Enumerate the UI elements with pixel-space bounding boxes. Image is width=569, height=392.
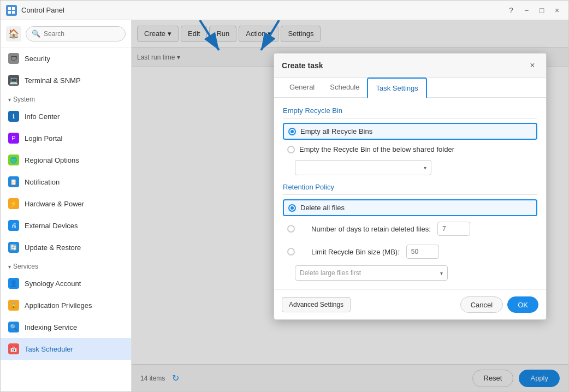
limit-size-input[interactable] bbox=[406, 245, 439, 259]
option-retain-days[interactable]: Number of days to retain deleted files: bbox=[283, 218, 537, 239]
window-controls: ? − □ × bbox=[505, 4, 563, 16]
sidebar-item-label: Task Scheduler bbox=[25, 345, 73, 353]
sidebar-item-hardware-power[interactable]: ⚡ Hardware & Power bbox=[1, 193, 131, 215]
sidebar-item-label: Application Privileges bbox=[25, 301, 92, 310]
external-devices-icon: 🖨 bbox=[8, 220, 19, 231]
sidebar-item-label: Update & Restore bbox=[25, 243, 81, 252]
sidebar-item-label: External Devices bbox=[25, 222, 78, 230]
retain-days-input[interactable] bbox=[437, 222, 470, 236]
content-area: Create ▾ Edit Run Action ▾ Settings Last… bbox=[132, 20, 568, 391]
retain-days-label: Number of days to retain deleted files: bbox=[311, 225, 431, 233]
limit-size-label: Limit Recycle Bin size (MB): bbox=[311, 248, 400, 256]
task-scheduler-icon: 📅 bbox=[8, 343, 19, 354]
login-portal-icon: P bbox=[8, 133, 19, 144]
tab-general[interactable]: General bbox=[282, 78, 322, 98]
sidebar-item-label: Indexing Service bbox=[25, 323, 77, 331]
application-privileges-icon: 🔒 bbox=[8, 300, 19, 311]
sidebar-item-notification[interactable]: 📋 Notification bbox=[1, 171, 131, 193]
delete-order-dropdown-row: Delete large files first ▾ bbox=[295, 265, 537, 281]
sidebar-item-label: Login Portal bbox=[25, 134, 62, 142]
radio-dot-retain-days bbox=[287, 225, 295, 233]
sidebar-item-regional-options[interactable]: 🌐 Regional Options bbox=[1, 149, 131, 171]
sidebar-item-synology-account[interactable]: 👤 Synology Account bbox=[1, 272, 131, 294]
advanced-settings-button[interactable]: Advanced Settings bbox=[282, 297, 351, 312]
notification-icon: 📋 bbox=[8, 176, 19, 187]
retain-days-input-row: Number of days to retain deleted files: bbox=[311, 222, 470, 236]
section-header-system: ▾ System bbox=[1, 91, 131, 105]
close-button[interactable]: × bbox=[551, 4, 563, 16]
search-input[interactable] bbox=[44, 30, 120, 38]
modal-close-button[interactable]: × bbox=[526, 60, 538, 72]
modal-overlay: Create task × General Schedule Task Sett… bbox=[132, 20, 568, 391]
sidebar-item-task-scheduler[interactable]: 📅 Task Scheduler bbox=[1, 338, 131, 360]
delete-order-dropdown[interactable]: Delete large files first ▾ bbox=[295, 265, 448, 281]
tab-schedule[interactable]: Schedule bbox=[322, 78, 367, 98]
option-delete-all[interactable]: Delete all files bbox=[283, 199, 537, 216]
sidebar-item-update-restore[interactable]: 🔄 Update & Restore bbox=[1, 236, 131, 258]
tab-task-settings[interactable]: Task Settings bbox=[367, 78, 426, 98]
dropdown-arrow: ▾ bbox=[424, 165, 426, 171]
sidebar-item-label: Terminal & SNMP bbox=[25, 76, 81, 85]
sidebar-item-label: Security bbox=[25, 55, 50, 63]
minimize-button[interactable]: − bbox=[520, 4, 532, 16]
help-button[interactable]: ? bbox=[505, 4, 517, 16]
option-specific-bin[interactable]: Empty the Recycle Bin of the below share… bbox=[283, 142, 537, 157]
synology-account-icon: 👤 bbox=[8, 278, 19, 289]
home-icon[interactable]: 🏠 bbox=[6, 26, 21, 41]
sidebar-item-security[interactable]: 🛡 Security bbox=[1, 47, 131, 69]
section-retention-policy-title: Retention Policy bbox=[283, 183, 537, 195]
hardware-power-icon: ⚡ bbox=[8, 198, 19, 209]
sidebar-item-label: Notification bbox=[25, 178, 60, 186]
svg-rect-2 bbox=[8, 11, 11, 14]
sidebar-item-label: Hardware & Power bbox=[25, 200, 84, 208]
modal-tabs: General Schedule Task Settings bbox=[274, 78, 546, 98]
modal-actions: Advanced Settings Cancel OK bbox=[274, 289, 546, 319]
sidebar-home: 🏠 🔍 bbox=[1, 20, 131, 47]
regional-options-icon: 🌐 bbox=[8, 155, 19, 165]
main-window: Control Panel ? − □ × 🏠 🔍 🛡 Security bbox=[0, 0, 569, 392]
maximize-button[interactable]: □ bbox=[536, 4, 548, 16]
sidebar-item-terminal-snmp[interactable]: 💻 Terminal & SNMP bbox=[1, 69, 131, 91]
shared-folder-dropdown[interactable]: ▾ bbox=[295, 160, 431, 175]
modal-header: Create task × bbox=[274, 54, 546, 78]
dropdown-placeholder: Delete large files first bbox=[300, 269, 361, 277]
update-restore-icon: 🔄 bbox=[8, 242, 19, 253]
radio-dot-limit-size bbox=[287, 248, 295, 256]
sidebar-item-label: Synology Account bbox=[25, 280, 81, 288]
radio-group-retention: Delete all files Number of days to retai… bbox=[283, 199, 537, 262]
modal-body: Empty Recycle Bin Empty all Recycle Bins… bbox=[274, 98, 546, 289]
sidebar-item-external-devices[interactable]: 🖨 External Devices bbox=[1, 215, 131, 236]
search-box[interactable]: 🔍 bbox=[26, 26, 126, 41]
shared-folder-dropdown-row: ▾ bbox=[295, 160, 537, 175]
section-label: System bbox=[13, 96, 35, 103]
terminal-icon: 💻 bbox=[8, 75, 19, 86]
cancel-button[interactable]: Cancel bbox=[460, 296, 503, 313]
radio-dot-delete-all bbox=[288, 204, 296, 212]
sidebar-item-application-privileges[interactable]: 🔒 Application Privileges bbox=[1, 294, 131, 316]
option-limit-size[interactable]: Limit Recycle Bin size (MB): bbox=[283, 241, 537, 262]
option-all-bins-label: Empty all Recycle Bins bbox=[300, 127, 372, 135]
modal-actions-left: Advanced Settings bbox=[282, 297, 351, 312]
create-task-modal: Create task × General Schedule Task Sett… bbox=[274, 53, 547, 320]
main-area: 🏠 🔍 🛡 Security 💻 Terminal & SNMP ▾ Syste… bbox=[1, 20, 568, 391]
option-empty-all-bins[interactable]: Empty all Recycle Bins bbox=[283, 123, 537, 140]
ok-button[interactable]: OK bbox=[507, 296, 538, 313]
dropdown-arrow: ▾ bbox=[440, 270, 443, 276]
security-icon: 🛡 bbox=[8, 53, 19, 64]
app-title: Control Panel bbox=[21, 6, 501, 14]
sidebar-item-indexing-service[interactable]: 🔍 Indexing Service bbox=[1, 316, 131, 338]
sidebar-item-login-portal[interactable]: P Login Portal bbox=[1, 127, 131, 149]
app-icon bbox=[6, 5, 17, 16]
sidebar-item-label: Info Center bbox=[25, 112, 60, 121]
section-arrow: ▾ bbox=[8, 97, 11, 103]
option-specific-bin-label: Empty the Recycle Bin of the below share… bbox=[299, 145, 454, 153]
sidebar-item-info-center[interactable]: ℹ Info Center bbox=[1, 105, 131, 127]
section-label: Services bbox=[13, 263, 38, 270]
radio-group-empty-bins: Empty all Recycle Bins Empty the Recycle… bbox=[283, 123, 537, 157]
limit-size-input-row: Limit Recycle Bin size (MB): bbox=[311, 245, 439, 259]
sidebar-item-label: Regional Options bbox=[25, 156, 79, 164]
retention-policy-section: Retention Policy Delete all files Numb bbox=[283, 183, 537, 281]
radio-dot-all-bins bbox=[288, 128, 296, 135]
indexing-service-icon: 🔍 bbox=[8, 322, 19, 332]
section-header-services: ▾ Services bbox=[1, 258, 131, 272]
